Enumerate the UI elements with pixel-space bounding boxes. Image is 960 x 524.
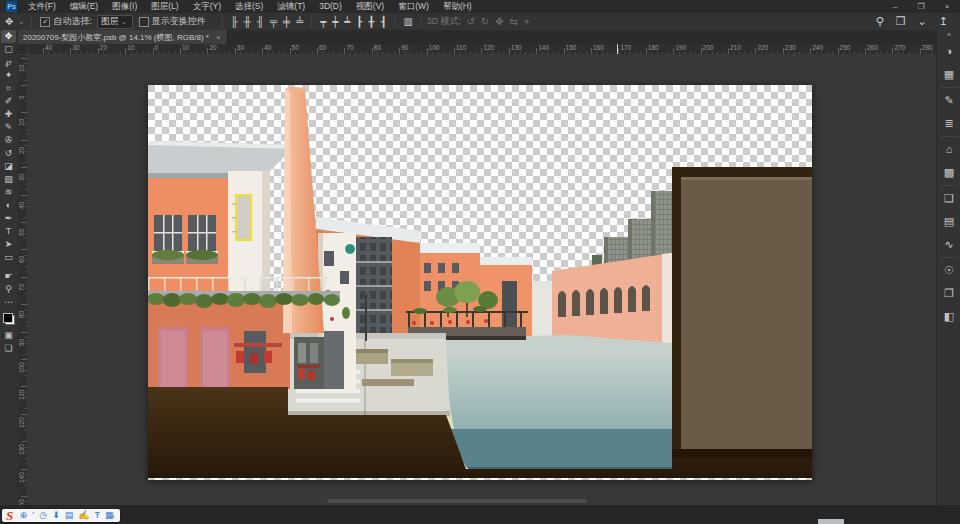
menu-edit[interactable]: 编辑(E) bbox=[63, 0, 105, 13]
learn-panel-icon[interactable]: ☉ bbox=[939, 259, 959, 282]
align-right-icon[interactable]: ╢ bbox=[257, 13, 264, 30]
dock-divider bbox=[940, 257, 958, 258]
menu-image[interactable]: 图像(I) bbox=[105, 0, 144, 13]
align-center-h-icon[interactable]: ╫ bbox=[244, 13, 251, 30]
marquee-tool[interactable]: ▢ bbox=[1, 43, 16, 56]
paths-panel-icon[interactable]: ∿ bbox=[939, 233, 959, 256]
distribute-spacing-icon[interactable]: ▥ bbox=[403, 13, 412, 30]
close-button[interactable]: × bbox=[934, 0, 960, 13]
sogou-font-icon[interactable]: Ŧ bbox=[94, 509, 100, 522]
align-center-v-icon[interactable]: ╪ bbox=[283, 13, 290, 30]
auto-select-dropdown[interactable]: 图层 ⌄ bbox=[97, 15, 133, 29]
smudge-tool[interactable]: ≋ bbox=[1, 186, 16, 199]
menu-help[interactable]: 帮助(H) bbox=[436, 0, 479, 13]
notes-panel-icon[interactable]: ❐ bbox=[939, 282, 959, 305]
sogou-keyboard-icon[interactable]: ▤ bbox=[65, 509, 74, 522]
ruler-number: 170 bbox=[620, 44, 631, 51]
align-bottom-icon[interactable]: ╧ bbox=[296, 13, 303, 30]
menu-file[interactable]: 文件(F) bbox=[21, 0, 63, 13]
quick-select-tool[interactable]: ✦ bbox=[1, 69, 16, 82]
menu-window[interactable]: 窗口(W) bbox=[391, 0, 436, 13]
tab-close-icon[interactable]: × bbox=[216, 33, 221, 42]
gradient-tool[interactable]: ▨ bbox=[1, 173, 16, 186]
move-tool[interactable]: ✥ bbox=[1, 30, 16, 43]
restore-button[interactable]: ❐ bbox=[908, 0, 934, 13]
swatches-panel-icon[interactable]: ▦ bbox=[939, 63, 959, 86]
path-select-tool[interactable]: ➤ bbox=[1, 238, 16, 251]
distribute-bottom-icon[interactable]: ┷ bbox=[344, 13, 350, 30]
sogou-status-icon[interactable]: ⊕ bbox=[20, 509, 28, 522]
distribute-center-h-icon[interactable]: ╂ bbox=[368, 13, 374, 30]
type-tool[interactable]: T bbox=[1, 225, 16, 238]
eyedropper-tool[interactable]: ✐ bbox=[1, 95, 16, 108]
menu-filter[interactable]: 滤镜(T) bbox=[270, 0, 312, 13]
3d-roll-icon: ↻ bbox=[481, 13, 489, 30]
auto-select-checkbox[interactable]: ✓ bbox=[40, 17, 50, 27]
sogou-logo-icon[interactable]: S bbox=[6, 509, 13, 522]
dodge-tool[interactable]: ◐ bbox=[1, 199, 16, 212]
distribute-left-icon[interactable]: ┠ bbox=[356, 13, 362, 30]
horizontal-scrollbar[interactable] bbox=[327, 499, 587, 503]
menu-3d[interactable]: 3D(D) bbox=[312, 0, 349, 13]
channels-panel-icon[interactable]: ▤ bbox=[939, 210, 959, 233]
ruler-number: 20 bbox=[18, 147, 25, 154]
adjustments-panel-icon[interactable]: ▩ bbox=[939, 161, 959, 184]
options-right-icons: ⚲❒⌄↥ bbox=[870, 13, 954, 30]
align-top-icon[interactable]: ╤ bbox=[270, 13, 277, 30]
properties-panel-icon[interactable]: ≣ bbox=[939, 112, 959, 135]
workspace-icon[interactable]: ❒ bbox=[896, 13, 906, 30]
crop-tool[interactable]: ⌗ bbox=[1, 82, 16, 95]
brushes-panel-icon[interactable]: ✎ bbox=[939, 89, 959, 112]
distribute-top-icon[interactable]: ┯ bbox=[320, 13, 326, 30]
sogou-clock-icon[interactable]: ◷ bbox=[39, 509, 47, 522]
menu-type[interactable]: 文字(Y) bbox=[186, 0, 228, 13]
quick-mask-button[interactable]: ▣ bbox=[1, 329, 16, 342]
sogou-handwriting-icon[interactable]: ✍ bbox=[78, 509, 89, 522]
menu-view[interactable]: 视图(V) bbox=[349, 0, 391, 13]
edit-toolbar-icon[interactable]: ⋯ bbox=[1, 296, 16, 309]
workspace-caret-icon[interactable]: ⌄ bbox=[918, 13, 927, 30]
panel-dock: « ◑▦✎≣⌂▩❏▤∿☉❐◧ bbox=[936, 30, 960, 505]
lasso-tool[interactable]: ℘ bbox=[1, 56, 16, 69]
foreground-color-swatch[interactable] bbox=[3, 313, 13, 323]
distribute-right-icon[interactable]: ┨ bbox=[380, 13, 386, 30]
ruler-number: 210 bbox=[730, 44, 741, 51]
search-icon[interactable]: ⚲ bbox=[876, 13, 884, 30]
input-bar-expand-icon[interactable]: › bbox=[112, 512, 115, 521]
minimize-button[interactable]: – bbox=[882, 0, 908, 13]
zoom-tool[interactable]: ⚲ bbox=[1, 283, 16, 296]
sogou-punct-icon[interactable]: ’ bbox=[32, 509, 34, 522]
align-left-icon[interactable]: ╟ bbox=[231, 13, 238, 30]
pen-tool[interactable]: ✒ bbox=[1, 212, 16, 225]
hand-tool[interactable]: ☛ bbox=[1, 270, 16, 283]
eraser-tool[interactable]: ◪ bbox=[1, 160, 16, 173]
brush-tool[interactable]: ✎ bbox=[1, 121, 16, 134]
share-icon[interactable]: ↥ bbox=[939, 13, 948, 30]
ruler-number: 10 bbox=[127, 44, 134, 51]
shape-tool[interactable]: ▭ bbox=[1, 251, 16, 264]
document-tab[interactable]: 20200709-梨园小教室.psb @ 14.1% (横图, RGB/8) *… bbox=[17, 30, 228, 44]
histogram-panel-icon[interactable]: ◧ bbox=[939, 305, 959, 328]
menu-layer[interactable]: 图层(L) bbox=[144, 0, 185, 13]
document-tab-bar: 20200709-梨园小教室.psb @ 14.1% (横图, RGB/8) *… bbox=[17, 30, 936, 45]
color-swatches[interactable] bbox=[3, 313, 15, 325]
ruler-number: 40 bbox=[45, 44, 52, 51]
input-method-bar[interactable]: S ⊕’◷⬇▤✍Ŧ▦ bbox=[2, 509, 120, 522]
ruler-number: 70 bbox=[346, 44, 353, 51]
clone-stamp-tool[interactable]: ✇ bbox=[1, 134, 16, 147]
libraries-panel-icon[interactable]: ⌂ bbox=[939, 138, 959, 161]
screen-mode-button[interactable]: ❏ bbox=[1, 342, 16, 355]
tool-preset-caret-icon[interactable]: ⌄ bbox=[18, 18, 24, 26]
show-transform-checkbox[interactable] bbox=[139, 17, 149, 27]
color-panel-icon[interactable]: ◑ bbox=[939, 40, 959, 63]
history-brush-tool[interactable]: ↺ bbox=[1, 147, 16, 160]
healing-brush-tool[interactable]: ✚ bbox=[1, 108, 16, 121]
divider bbox=[421, 16, 422, 28]
dock-collapse-icon[interactable]: « bbox=[947, 30, 951, 40]
distribute-center-v-icon[interactable]: ┿ bbox=[332, 13, 338, 30]
layers-panel-icon[interactable]: ❏ bbox=[939, 187, 959, 210]
ruler-number: 30 bbox=[18, 174, 25, 181]
document-canvas[interactable] bbox=[148, 85, 812, 480]
menu-select[interactable]: 选择(S) bbox=[228, 0, 270, 13]
sogou-download-icon[interactable]: ⬇ bbox=[52, 509, 60, 522]
